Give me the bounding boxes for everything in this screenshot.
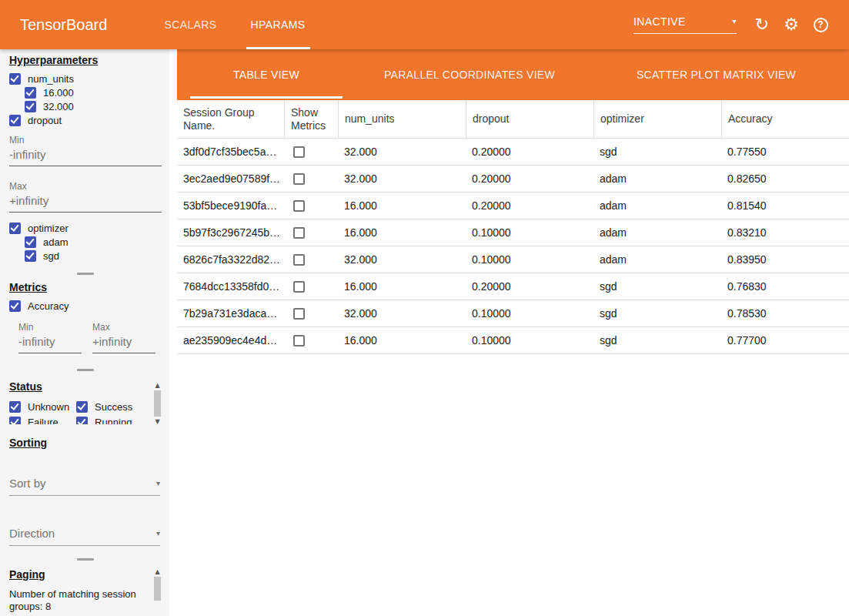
accuracy-checkbox[interactable]: [9, 300, 21, 312]
status-success-checkbox[interactable]: [76, 401, 88, 413]
paging-pane: Paging Number of matching session groups…: [0, 564, 169, 613]
reload-mode-dropdown[interactable]: INACTIVE ▾: [633, 15, 737, 34]
accuracy-min-label: Min: [18, 323, 82, 332]
session-group-name: ae235909ec4e4d…: [177, 327, 284, 353]
cell-dropout: 0.10000: [466, 327, 593, 353]
cell-num-units: 16.000: [338, 192, 466, 219]
cell-dropout: 0.20000: [466, 139, 593, 165]
pane-resize-handle[interactable]: [77, 558, 94, 561]
status-unknown-checkbox[interactable]: [9, 401, 21, 413]
accuracy-min-input[interactable]: [18, 332, 82, 353]
scrollbar-track[interactable]: [153, 575, 162, 602]
cell-dropout: 0.10000: [466, 219, 593, 246]
accuracy-max-input[interactable]: [92, 332, 155, 353]
metrics-pane: Metrics Accuracy Min Max: [0, 276, 169, 371]
header-actions: INACTIVE ▾ ↻ ⚙ ?: [633, 10, 835, 39]
session-group-name: 3ec2aed9e07589f…: [177, 166, 284, 192]
scrollbar-thumb[interactable]: [154, 390, 161, 417]
cell-optimizer: sgd: [593, 300, 721, 326]
status-scrollbar[interactable]: ▲ ▼: [153, 382, 162, 425]
paging-scrollbar[interactable]: ▲: [153, 568, 162, 602]
cell-dropout: 0.20000: [466, 273, 593, 300]
sort-by-value: Sort by: [9, 477, 46, 490]
cell-num-units: 16.000: [338, 327, 466, 353]
status-running-checkbox[interactable]: [76, 417, 88, 425]
num-units-16-checkbox[interactable]: [25, 87, 36, 99]
optimizer-checkbox[interactable]: [9, 223, 21, 234]
show-metrics-checkbox[interactable]: [293, 146, 305, 158]
hparam-num-units-row[interactable]: num_units: [9, 72, 162, 85]
status-unknown-row[interactable]: Unknown: [9, 400, 76, 413]
scrollbar-thumb[interactable]: [154, 577, 161, 601]
show-metrics-checkbox[interactable]: [293, 173, 305, 185]
dropout-max-label: Max: [9, 182, 162, 191]
column-header-optimizer: optimizer: [593, 100, 721, 138]
refresh-icon: ↻: [755, 16, 769, 33]
pane-resize-handle[interactable]: [77, 273, 94, 275]
direction-value: Direction: [9, 527, 55, 540]
status-failure-row[interactable]: Failure: [9, 416, 76, 424]
cell-num-units: 32.000: [338, 246, 466, 273]
num-units-value-row[interactable]: 16.000: [25, 86, 162, 99]
hparam-optimizer-row[interactable]: optimizer: [9, 222, 162, 234]
sorting-pane: Sorting Sort by ▾ Direction ▾: [0, 432, 169, 561]
app-header: TensorBoard SCALARS HPARAMS INACTIVE ▾ ↻…: [0, 0, 849, 49]
hparam-dropout-row[interactable]: dropout: [9, 114, 162, 126]
scrollbar-track[interactable]: [153, 389, 162, 418]
pane-resize-handle[interactable]: [77, 369, 94, 371]
optimizer-value-row[interactable]: adam: [25, 236, 162, 248]
show-metrics-checkbox[interactable]: [293, 227, 305, 239]
session-group-name: 7b29a731e3daca…: [177, 300, 284, 326]
tab-table-view[interactable]: TABLE VIEW: [177, 49, 356, 100]
show-metrics-checkbox[interactable]: [293, 335, 305, 346]
session-group-name: 7684dcc13358fd0…: [177, 273, 284, 300]
table-row: ae235909ec4e4d… 16.000 0.10000 sgd 0.777…: [177, 327, 849, 354]
show-metrics-checkbox[interactable]: [293, 200, 305, 212]
cell-optimizer: adam: [593, 246, 721, 273]
show-metrics-checkbox[interactable]: [293, 308, 305, 320]
accuracy-min-field: Min: [18, 323, 82, 353]
column-header-session-group-name: Session Group Name.: [177, 100, 284, 138]
num-units-checkbox[interactable]: [9, 73, 21, 85]
scroll-down-icon[interactable]: ▼: [155, 418, 159, 425]
view-tabs: TABLE VIEW PARALLEL COORDINATES VIEW SCA…: [177, 49, 849, 100]
optimizer-adam-checkbox[interactable]: [25, 236, 36, 248]
dropout-min-input[interactable]: [9, 145, 162, 166]
session-group-name: 3df0d7cf35bec5a…: [177, 139, 284, 165]
optimizer-adam-label: adam: [43, 236, 69, 248]
accuracy-label: Accuracy: [28, 300, 69, 312]
num-units-value-row[interactable]: 32.000: [25, 100, 162, 112]
column-header-show-metrics: Show Metrics: [284, 100, 338, 138]
tab-scatter-plot-matrix-view[interactable]: SCATTER PLOT MATRIX VIEW: [583, 49, 849, 100]
direction-dropdown[interactable]: Direction ▾: [9, 527, 160, 546]
cell-optimizer: adam: [593, 192, 721, 219]
status-running-row[interactable]: Running: [76, 416, 148, 424]
refresh-button[interactable]: ↻: [747, 10, 777, 39]
show-metrics-checkbox[interactable]: [293, 281, 305, 293]
tab-hparams[interactable]: HPARAMS: [234, 0, 323, 49]
optimizer-sgd-checkbox[interactable]: [25, 250, 36, 262]
num-units-32-checkbox[interactable]: [25, 101, 36, 112]
dropout-checkbox[interactable]: [9, 115, 21, 126]
table-row: 6826c7fa3322d82… 32.000 0.10000 adam 0.8…: [177, 246, 849, 273]
settings-button[interactable]: ⚙: [777, 10, 806, 39]
sort-by-dropdown[interactable]: Sort by ▾: [9, 477, 160, 496]
table-row: 3df0d7cf35bec5a… 32.000 0.20000 sgd 0.77…: [177, 139, 849, 166]
status-success-row[interactable]: Success: [76, 400, 148, 413]
tab-parallel-coordinates-view[interactable]: PARALLEL COORDINATES VIEW: [356, 49, 583, 100]
scroll-up-icon[interactable]: ▲: [155, 568, 159, 575]
status-failure-label: Failure: [28, 417, 58, 425]
show-metrics-checkbox[interactable]: [293, 254, 305, 266]
help-button[interactable]: ?: [806, 10, 835, 39]
cell-accuracy: 0.82650: [721, 166, 849, 192]
scroll-up-icon[interactable]: ▲: [155, 382, 159, 389]
session-group-name: 5b97f3c2967245b…: [177, 219, 284, 246]
status-failure-checkbox[interactable]: [9, 417, 21, 425]
cell-dropout: 0.10000: [466, 300, 593, 326]
cell-accuracy: 0.83950: [721, 246, 849, 273]
dropout-max-input[interactable]: [9, 191, 162, 213]
metric-accuracy-row[interactable]: Accuracy: [9, 300, 162, 312]
cell-accuracy: 0.78530: [721, 300, 849, 326]
optimizer-value-row[interactable]: sgd: [25, 249, 162, 262]
tab-scalars[interactable]: SCALARS: [147, 0, 233, 49]
